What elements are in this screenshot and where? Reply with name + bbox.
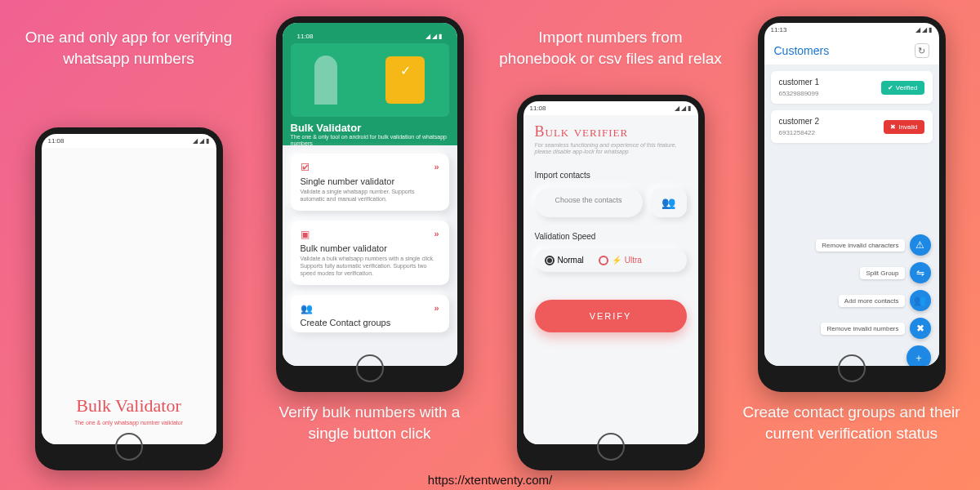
phone-frame-2: 11:08 ◢ ◢ ▮ Bulk Validator The one & onl… [276, 16, 464, 392]
card-title: Create Contact groups [301, 318, 439, 327]
check-card-icon: 🗹 [301, 162, 439, 173]
customer-name: customer 2 [779, 117, 819, 126]
split-icon: ⇋ [910, 262, 931, 283]
stack-icon: ▣ [301, 229, 439, 240]
radio-ultra[interactable]: ⚡ Ultra [599, 256, 642, 265]
status-badge-verified: ✔ Verified [881, 81, 924, 95]
page-title: Customers [774, 44, 830, 57]
fab-label: Split Group [860, 267, 904, 279]
hero-title: Bulk Validator [291, 122, 449, 134]
splash-title: Bulk Validator [76, 395, 181, 416]
status-bar: 11:08 ◢ ◢ ▮ [291, 29, 449, 43]
page-hint: For seamless functioning and experience … [535, 142, 687, 156]
status-icons: ◢ ◢ ▮ [425, 33, 442, 40]
x-icon: ✖ [910, 318, 931, 339]
customer-row[interactable]: customer 1 65329889099 ✔ Verified [771, 71, 933, 104]
caption-3: Import numbers from phonebook or csv fil… [490, 16, 731, 80]
hero-banner: 11:08 ◢ ◢ ▮ Bulk Validator The one & onl… [283, 23, 457, 145]
shield-check-icon [385, 56, 425, 104]
radio-label: Ultra [625, 256, 642, 265]
speed-section-label: Validation Speed [535, 232, 687, 241]
caption-1: One and only app for verifying whatsapp … [8, 16, 249, 80]
fab-main[interactable]: ＋ [906, 345, 931, 366]
status-time: 11:08 [297, 33, 314, 40]
people-icon: 👥 [301, 303, 439, 314]
chevron-right-icon: » [434, 162, 439, 172]
plus-icon: ＋ [906, 345, 931, 366]
hero-subtitle: The one & only tool on android for bulk … [291, 134, 449, 148]
hero-illustration [291, 43, 449, 117]
radio-normal[interactable]: Normal [545, 256, 584, 265]
splash-subtitle: The one & only whatsapp number validator [74, 420, 183, 425]
customer-row[interactable]: customer 2 6931258422 ✖ Invalid [771, 110, 933, 143]
fab-label: Add more contacts [839, 295, 905, 307]
radio-dot-icon [545, 256, 555, 265]
phone-frame-1: 11:08 ◢ ◢ ▮ Bulk Validator The one & onl… [35, 127, 223, 470]
chevron-right-icon: » [434, 303, 439, 313]
status-text: Invalid [898, 123, 917, 131]
fab-label: Remove invalid numbers [821, 323, 904, 335]
status-time: 11:08 [530, 105, 546, 112]
card-title: Bulk number validator [301, 243, 439, 253]
caption-4: Create contact groups and their current … [731, 402, 972, 443]
people-icon: 👥 [662, 196, 675, 209]
status-icons: ◢ ◢ ▮ [915, 26, 932, 33]
choose-contacts-button[interactable]: Choose the contacts [535, 188, 643, 217]
fab-remove-chars[interactable]: Remove invalid characters ⚠ [816, 234, 930, 256]
fab-split-group[interactable]: Split Group ⇋ [860, 262, 930, 283]
card-bulk-validator[interactable]: ▣ » Bulk number validator Validate a bul… [291, 220, 449, 285]
footer-url: https://xtentwenty.com/ [428, 473, 552, 487]
verify-button[interactable]: VERIFY [535, 300, 687, 332]
card-contact-groups[interactable]: 👥 » Create Contact groups [291, 295, 449, 332]
customer-number: 6931258422 [779, 129, 819, 136]
check-circle-icon: ✔ [888, 84, 893, 91]
phone-frame-4: 11:13 ◢ ◢ ▮ Customers ↻ customer 1 65329… [758, 16, 946, 392]
card-desc: Validate a bulk whatsapp numbers with a … [301, 255, 439, 277]
status-icons: ◢ ◢ ▮ [675, 105, 691, 112]
radio-dot-icon [599, 256, 608, 265]
status-bar: 11:13 ◢ ◢ ▮ [764, 23, 939, 37]
bolt-icon: ⚡ [612, 256, 621, 265]
fab-add-contacts[interactable]: Add more contacts 👥 [839, 290, 931, 311]
radio-label: Normal [558, 256, 584, 265]
status-icons: ◢ ◢ ▮ [193, 137, 209, 145]
people-add-icon: 👥 [910, 290, 931, 311]
phone-frame-3: 11:08 ◢ ◢ ▮ Bulk verifier For seamless f… [517, 95, 705, 470]
refresh-icon: ↻ [918, 46, 925, 56]
caption-2: Verify bulk numbers with a single button… [249, 402, 490, 443]
status-bar: 11:08 ◢ ◢ ▮ [523, 101, 698, 115]
fab-remove-numbers[interactable]: Remove invalid numbers ✖ [821, 318, 930, 339]
chevron-right-icon: » [434, 229, 439, 238]
status-bar: 11:08 ◢ ◢ ▮ [42, 134, 216, 148]
refresh-button[interactable]: ↻ [915, 43, 929, 58]
import-section-label: Import contacts [535, 171, 687, 180]
card-title: Single number validator [301, 176, 439, 186]
contacts-icon-button[interactable]: 👥 [651, 188, 687, 217]
status-time: 11:08 [48, 137, 65, 145]
status-time: 11:13 [771, 26, 787, 33]
card-desc: Validate a single whatsapp number. Suppo… [301, 188, 439, 203]
page-title: Bulk verifier [535, 123, 687, 140]
status-text: Verified [896, 84, 918, 91]
warning-icon: ⚠ [910, 234, 931, 256]
fab-label: Remove invalid characters [816, 239, 904, 252]
card-single-validator[interactable]: 🗹 » Single number validator Validate a s… [291, 154, 449, 211]
status-badge-invalid: ✖ Invalid [884, 120, 924, 134]
customer-number: 65329889099 [779, 90, 819, 97]
x-circle-icon: ✖ [890, 123, 896, 131]
customer-name: customer 1 [779, 78, 819, 87]
